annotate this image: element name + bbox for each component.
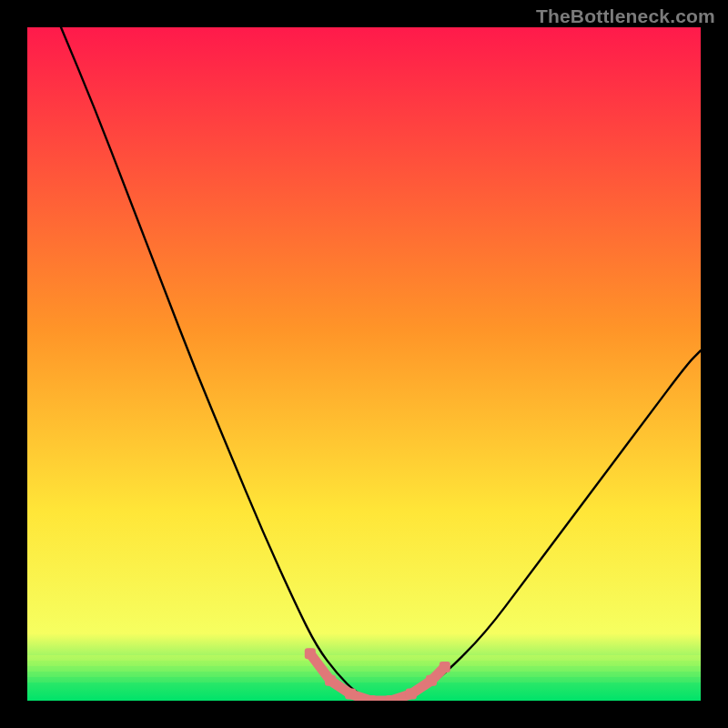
marker-point [305, 648, 316, 659]
marker-point [426, 675, 437, 686]
svg-rect-0 [27, 655, 701, 661]
svg-rect-2 [27, 666, 701, 672]
marker-point [365, 695, 376, 701]
watermark-text: TheBottleneck.com [536, 5, 715, 27]
svg-rect-3 [27, 672, 701, 677]
svg-rect-4 [27, 677, 701, 682]
marker-point [325, 675, 336, 686]
bottleneck-chart [27, 27, 701, 701]
svg-rect-1 [27, 661, 701, 666]
marker-point [406, 689, 417, 700]
marker-point [440, 662, 450, 672]
chart-frame: TheBottleneck.com [0, 0, 728, 728]
marker-point [345, 689, 356, 700]
marker-point [386, 695, 397, 701]
plot-background [27, 27, 701, 701]
